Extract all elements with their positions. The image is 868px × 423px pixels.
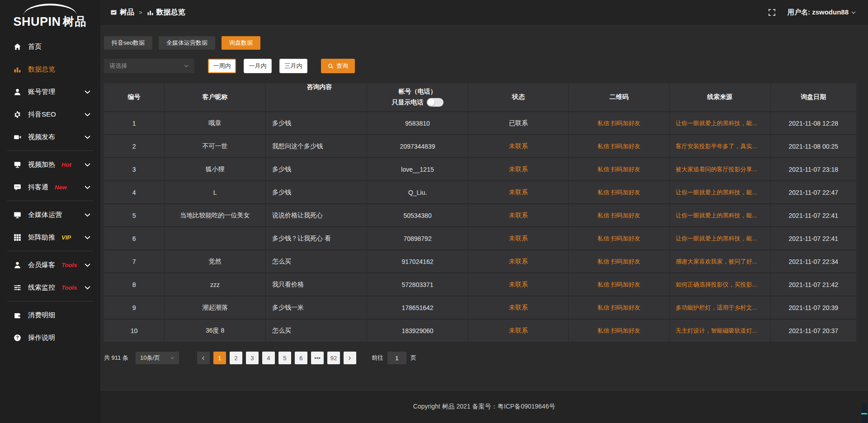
query-button[interactable]: 查询 — [321, 59, 355, 73]
tab-0[interactable]: 抖音seo数据 — [104, 36, 152, 50]
period-button-0[interactable]: 一周内 — [208, 59, 236, 73]
phone-only-label: 只显示电话 — [392, 99, 424, 107]
page-button-6[interactable]: 6 — [295, 352, 307, 364]
table-cell: 2021-11-07 22:47 — [771, 181, 856, 203]
sidebar-item-4[interactable]: 视频发布 — [0, 126, 100, 148]
table-cell: 私信 扫码加好友 — [569, 296, 669, 319]
sidebar-item-2[interactable]: 账号管理 — [0, 80, 100, 103]
column-header-label: 帐号（电话） — [399, 88, 437, 96]
chevron-left-icon — [201, 356, 206, 361]
column-header-3: 帐号（电话）只显示电话 — [367, 83, 468, 111]
sidebar-item-7[interactable]: 全媒体运营 — [0, 203, 100, 226]
table-cell: 2021-11-07 22:41 — [771, 227, 856, 249]
chevron-down-icon — [84, 88, 91, 96]
qr-action-links[interactable]: 私信 扫码加好友 — [598, 188, 641, 197]
page-button-2[interactable]: 2 — [230, 352, 242, 364]
qr-action-links[interactable]: 私信 扫码加好友 — [598, 235, 641, 243]
sidebar-item-9[interactable]: 会员爆客Tools — [0, 254, 100, 276]
lead-source-link[interactable]: 客厅安装投影半年多了，真实... — [676, 142, 767, 150]
sidebar-item-6[interactable]: 抖客通New — [0, 176, 100, 198]
qr-action-links[interactable]: 私信 扫码加好友 — [598, 281, 641, 289]
column-header-5: 二维码 — [569, 83, 669, 111]
table-cell: 私信 扫码加好友 — [569, 250, 669, 273]
chevron-down-icon — [84, 161, 91, 169]
page-size-select[interactable]: 10条/页 — [136, 352, 179, 364]
table-cell: 572803371 — [367, 273, 468, 296]
table-cell: 无主灯设计，智能磁吸轨道灯... — [670, 320, 770, 342]
table-cell: 2 — [104, 135, 164, 157]
filter-bar: 请选择 一周内一月内三月内 查询 — [104, 59, 856, 73]
search-icon — [328, 63, 334, 69]
content-area: 抖音seo数据全媒体运营数据询盘数据 请选择 一周内一月内三月内 查询 编号客户… — [100, 25, 868, 390]
page-button-3[interactable]: 3 — [246, 352, 259, 364]
sidebar-item-12[interactable]: ?操作说明 — [0, 326, 100, 349]
tab-1[interactable]: 全媒体运营数据 — [159, 36, 215, 50]
table-cell: 感谢大家喜欢我家，被问了好... — [670, 250, 770, 273]
scrollbar-widget[interactable] — [861, 403, 867, 423]
table-cell: 178651642 — [367, 296, 468, 319]
column-header-label: 咨询内容 — [307, 83, 332, 91]
lead-source-link[interactable]: 让你一眼就爱上的黑科技，能... — [676, 212, 767, 220]
tab-2[interactable]: 询盘数据 — [222, 36, 260, 50]
phone-only-toggle[interactable] — [427, 98, 443, 107]
prev-page-button[interactable] — [197, 352, 210, 364]
logo: SHUPIN 树品 — [0, 4, 100, 29]
lead-source-link[interactable]: 多功能护栏灯，适用于乡村文... — [676, 304, 767, 312]
sidebar-item-10[interactable]: 线索监控Tools — [0, 276, 100, 299]
sidebar-item-badge: Tools — [61, 262, 77, 268]
page-button-92[interactable]: 92 — [327, 352, 340, 364]
sidebar-item-3[interactable]: 抖音SEO — [0, 103, 100, 126]
page-button-4[interactable]: 4 — [262, 352, 275, 364]
chevron-down-icon[interactable] — [851, 10, 856, 15]
sidebar-item-8[interactable]: 矩阵助推VIP — [0, 226, 100, 249]
lead-source-link[interactable]: 让你一眼就爱上的黑科技，能... — [676, 119, 767, 127]
breadcrumb-app[interactable]: 树品 — [120, 8, 134, 17]
filter-select[interactable]: 请选择 — [104, 59, 194, 73]
table-cell: 哦章 — [165, 112, 265, 134]
table-cell: L — [165, 181, 265, 203]
sidebar-item-5[interactable]: 视频加热Hot — [0, 153, 100, 176]
qr-action-links[interactable]: 私信 扫码加好友 — [598, 142, 641, 150]
goto-page-input[interactable] — [387, 352, 406, 364]
username-label[interactable]: 用户名: zswodun88 — [788, 8, 849, 17]
period-button-1[interactable]: 一月内 — [244, 59, 272, 73]
qr-action-links[interactable]: 私信 扫码加好友 — [598, 327, 641, 335]
sidebar-item-11[interactable]: 消费明细 — [0, 304, 100, 326]
breadcrumb-separator: > — [139, 9, 142, 16]
sidebar-item-0[interactable]: 首页 — [0, 35, 100, 58]
qr-action-links[interactable]: 私信 扫码加好友 — [598, 258, 641, 266]
table-cell: 让你一眼就爱上的黑科技，能... — [670, 227, 770, 249]
fullscreen-icon[interactable] — [768, 9, 776, 16]
page-button-5[interactable]: 5 — [278, 352, 291, 364]
lead-source-link[interactable]: 无主灯设计，智能磁吸轨道灯... — [676, 327, 767, 335]
table-cell: 6 — [104, 227, 164, 249]
status-cell: 未联系 — [468, 250, 568, 273]
page-button-1[interactable]: 1 — [213, 352, 226, 364]
next-page-button[interactable] — [344, 352, 356, 364]
question-icon: ? — [14, 334, 21, 342]
lead-source-link[interactable]: 让你一眼就爱上的黑科技，能... — [676, 188, 767, 197]
sidebar-item-label: 抖客通 — [28, 183, 48, 192]
sidebar-item-badge: Tools — [61, 284, 77, 291]
table-cell: 9583810 — [367, 112, 468, 134]
sidebar-item-1[interactable]: 数据总览 — [0, 58, 100, 80]
bar-chart-icon — [14, 66, 21, 73]
qr-action-links[interactable]: 私信 扫码加好友 — [598, 304, 641, 312]
more-pages-button[interactable]: ••• — [311, 352, 324, 364]
qr-action-links[interactable]: 私信 扫码加好友 — [598, 212, 641, 220]
chevron-down-icon — [84, 133, 91, 141]
lead-source-link[interactable]: 被大家追着问的客厅投影分享... — [676, 165, 767, 174]
lead-source-link[interactable]: 感谢大家喜欢我家，被问了好... — [676, 258, 767, 266]
member-icon — [14, 261, 21, 269]
lead-source-link[interactable]: 如何正确选择投影仪，买投影... — [676, 281, 767, 289]
column-header-label: 编号 — [128, 93, 141, 101]
table-cell: 2021-11-07 22:34 — [771, 250, 856, 273]
lead-source-link[interactable]: 让你一眼就爱上的黑科技，能... — [676, 235, 767, 243]
goto-label: 前往 — [372, 354, 383, 362]
home-icon — [14, 43, 21, 51]
qr-action-links[interactable]: 私信 扫码加好友 — [598, 165, 641, 174]
sidebar-item-label: 账号管理 — [28, 88, 55, 96]
qr-action-links[interactable]: 私信 扫码加好友 — [598, 119, 641, 127]
sidebar-item-label: 线索监控 — [28, 283, 55, 292]
period-button-2[interactable]: 三月内 — [279, 59, 307, 73]
